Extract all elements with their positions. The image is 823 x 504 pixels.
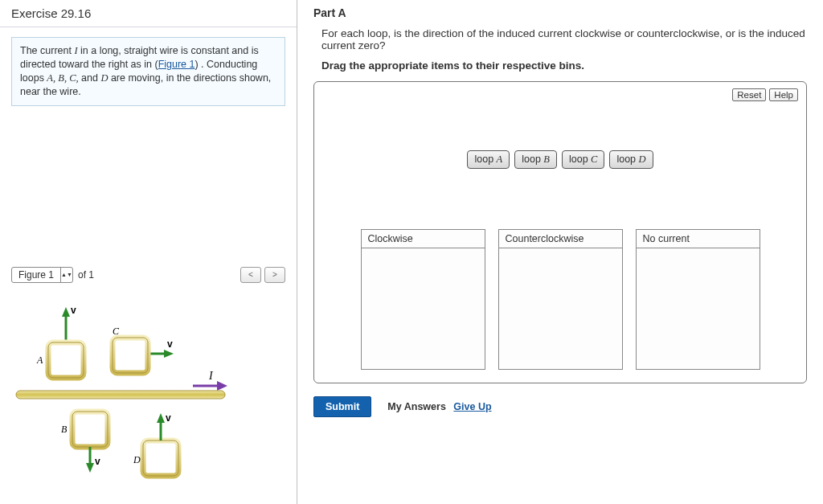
give-up-link[interactable]: Give Up [453,401,491,412]
figure-of-text: of 1 [78,269,94,281]
v-label-A: v [71,305,76,316]
chip-loop-a[interactable]: loop A [467,150,510,169]
figure-prev-button[interactable]: < [240,267,261,283]
svg-rect-15 [143,440,178,476]
help-button[interactable]: Help [769,88,798,101]
bin-body[interactable] [499,248,622,369]
chip-letter: D [639,154,646,165]
desc-and: and [79,72,101,84]
action-row: Submit My Answers Give Up [313,395,807,419]
left-pane: Exercise 29.16 The current I in a long, … [0,0,297,504]
chip-loop-b[interactable]: loop B [514,150,557,169]
chip-prefix: loop [616,154,638,165]
svg-rect-11 [72,412,108,447]
A-label: A [36,354,43,366]
svg-marker-1 [62,307,70,317]
answer-links: My Answers Give Up [387,401,491,412]
part-a-header: Part A [313,0,807,24]
bin-label: Clockwise [362,230,485,248]
drag-sort-area: Reset Help loop A loop B loop C loop D C… [313,81,807,383]
v-label-D: v [166,412,171,424]
chip-loop-c[interactable]: loop C [562,150,604,169]
B-label: B [61,424,68,435]
chip-prefix: loop [522,154,543,165]
bin-clockwise[interactable]: Clockwise [361,229,485,370]
right-pane: Part A For each loop, is the direction o… [297,0,823,504]
figure-next-button[interactable]: > [264,267,285,283]
chip-letter: B [543,154,550,165]
svg-rect-8 [48,342,84,378]
figure-controls: Figure 1 ▲▼ of 1 < > [11,267,285,283]
chip-letter: C [591,154,597,165]
chip-prefix: loop [474,154,496,165]
v-label-C: v [167,338,173,350]
figure-selector[interactable]: Figure 1 ▲▼ [11,267,73,283]
chip-letter: A [497,154,503,165]
svg-marker-14 [86,463,94,473]
C-label: C [113,326,120,337]
desc-loops: A, B, C, [47,72,78,84]
svg-marker-3 [164,350,174,358]
bin-body[interactable] [637,248,760,369]
reset-button[interactable]: Reset [732,88,766,101]
bin-no-current[interactable]: No current [636,229,760,370]
bin-body[interactable] [362,248,485,369]
part-a-instruction: Drag the appropriate items to their resp… [321,59,807,72]
svg-rect-7 [48,342,84,378]
chip-prefix: loop [569,154,591,165]
bin-label: No current [637,230,760,248]
stepper-arrows-icon[interactable]: ▲▼ [61,268,72,282]
bins-row: Clockwise Counterclockwise No current [322,229,798,375]
svg-rect-9 [113,338,148,373]
figure-canvas: v v I A C B v [0,289,297,498]
svg-marker-18 [157,413,165,423]
part-a-question: For each loop, is the direction of the i… [321,27,807,51]
svg-rect-6 [16,391,225,399]
svg-rect-16 [143,440,178,476]
svg-rect-12 [72,412,108,447]
svg-marker-5 [217,381,227,391]
exercise-description: The current I in a long, straight wire i… [11,37,285,106]
svg-rect-10 [113,338,148,373]
bin-counterclockwise[interactable]: Counterclockwise [498,229,623,370]
drag-items-row: loop A loop B loop C loop D [322,150,798,169]
chip-loop-d[interactable]: loop D [609,150,653,169]
my-answers-label: My Answers [387,401,445,412]
figure-link[interactable]: Figure 1 [158,59,195,70]
desc-prefix: The current [20,45,74,56]
I-label: I [208,370,214,382]
D-label: D [133,454,141,465]
submit-button[interactable]: Submit [313,396,371,417]
v-label-B: v [95,456,100,467]
exercise-title: Exercise 29.16 [0,0,297,27]
figure-selector-label: Figure 1 [12,268,61,282]
bin-label: Counterclockwise [499,230,622,248]
